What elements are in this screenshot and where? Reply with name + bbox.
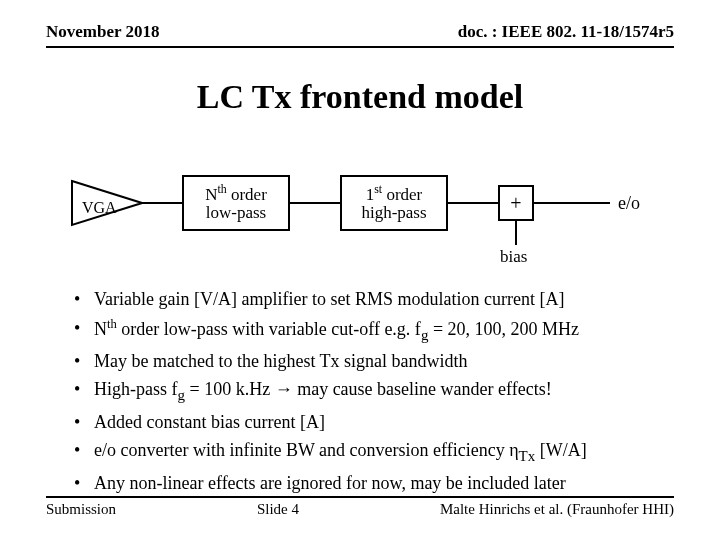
list-item: High-pass fg = 100 k.Hz → may cause base… (70, 378, 670, 404)
footer-left: Submission (46, 501, 116, 518)
highpass-line1: 1st order (346, 183, 442, 204)
vga-amplifier-icon: VGA (70, 179, 144, 227)
header-rule (46, 46, 674, 48)
footer-rule (46, 496, 674, 498)
bias-label: bias (500, 247, 527, 267)
connector (515, 221, 517, 245)
sum-node: + (498, 185, 534, 221)
highpass-block: 1st order high-pass (340, 175, 448, 231)
vga-label: VGA (82, 199, 117, 217)
slide: November 2018 doc. : IEEE 802. 11-18/157… (0, 0, 720, 540)
header: November 2018 doc. : IEEE 802. 11-18/157… (46, 22, 674, 42)
list-item: May be matched to the highest Tx signal … (70, 350, 670, 373)
highpass-line2: high-pass (346, 204, 442, 223)
footer: Submission Slide 4 Malte Hinrichs et al.… (46, 501, 674, 518)
list-item: Nth order low-pass with variable cut-off… (70, 317, 670, 344)
list-item: Added constant bias current [A] (70, 411, 670, 434)
lowpass-line1: Nth order (188, 183, 284, 204)
connector (448, 202, 498, 204)
lowpass-block: Nth order low-pass (182, 175, 290, 231)
list-item: Any non-linear effects are ignored for n… (70, 472, 670, 495)
lowpass-line2: low-pass (188, 204, 284, 223)
header-date: November 2018 (46, 22, 159, 42)
list-item: e/o converter with infinite BW and conve… (70, 439, 670, 465)
footer-author: Malte Hinrichs et al. (Fraunhofer HHI) (440, 501, 674, 518)
footer-slide-number: Slide 4 (257, 501, 299, 518)
connector (142, 202, 182, 204)
list-item: Variable gain [V/A] amplifier to set RMS… (70, 288, 670, 311)
header-doc-id: doc. : IEEE 802. 11-18/1574r5 (458, 22, 674, 42)
block-diagram: VGA Nth order low-pass 1st order high-pa… (70, 175, 670, 270)
page-title: LC Tx frontend model (0, 78, 720, 116)
connector (534, 202, 610, 204)
bullet-list: Variable gain [V/A] amplifier to set RMS… (70, 288, 670, 500)
eo-converter-label: e/o (618, 193, 640, 214)
connector (290, 202, 340, 204)
